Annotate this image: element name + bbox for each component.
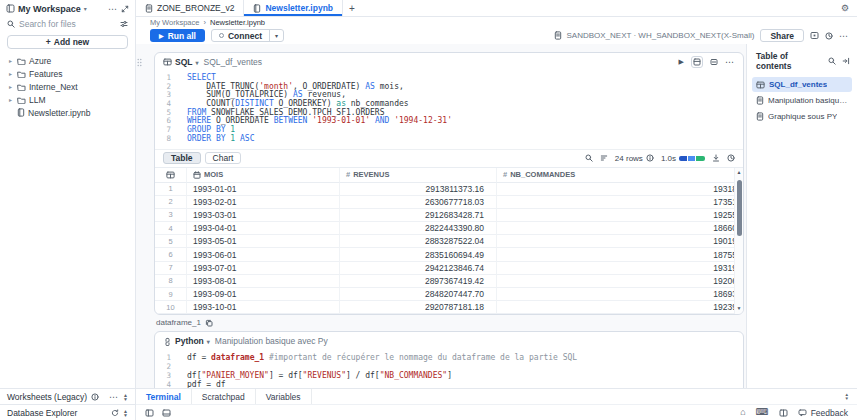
cell-nb-commandes[interactable]: 18755	[497, 248, 743, 261]
tree-file[interactable]: Newsletter.ipynb	[0, 106, 135, 119]
code-line[interactable]: 4 pdf = df	[155, 380, 743, 388]
cell-revenus[interactable]: 2835160694.49	[340, 248, 497, 261]
run-cell-icon[interactable]: ▶	[679, 58, 684, 66]
cell-mois[interactable]: 1993-06-01	[187, 248, 340, 261]
editor-tab[interactable]: ZONE_BRONZE_v2	[136, 0, 244, 16]
bottom-tab-variables[interactable]: Variables	[256, 389, 312, 404]
worksheets-menu-icon[interactable]: ⋯	[109, 392, 119, 402]
cell-name[interactable]: Manipulation basique avec Py	[215, 336, 328, 346]
python-code-editor[interactable]: 1 df = dataframe_1 #important de récupér…	[155, 350, 743, 388]
query-duration[interactable]: 1.0s	[661, 154, 705, 163]
column-header[interactable]: # REVENUS	[340, 168, 497, 183]
notebook-menu-icon[interactable]: ⋯	[839, 31, 849, 41]
editor-tab[interactable]: Newsletter.ipynb	[244, 0, 343, 16]
cell-menu-icon[interactable]: ⋯	[725, 57, 735, 67]
cell-nb-commandes[interactable]: 19019	[497, 235, 743, 248]
cell-revenus[interactable]: 2897367419.42	[340, 275, 497, 288]
toc-search-icon[interactable]	[828, 57, 836, 65]
add-new-button[interactable]: + Add new	[7, 35, 128, 49]
sort-files-icon[interactable]	[120, 20, 128, 28]
toc-collapse-icon[interactable]	[842, 57, 850, 65]
cell-revenus[interactable]: 2630677718.03	[340, 196, 497, 209]
code-line[interactable]: 1 df = dataframe_1 #important de récupér…	[155, 353, 743, 362]
row-number-column-header[interactable]	[155, 168, 187, 183]
home-icon[interactable]: ⌂	[740, 408, 745, 417]
tree-folder[interactable]: ▸ LLM	[0, 93, 135, 106]
sidebar-footer-item[interactable]: Worksheets (Legacy) ⋯ ▲▼	[0, 388, 135, 404]
cell-revenus[interactable]: 2883287522.04	[340, 235, 497, 248]
cell-language-selector[interactable]: SQL ▾	[163, 57, 199, 67]
column-header[interactable]: MOIS	[187, 168, 340, 183]
workspace-name[interactable]: My Workspace	[18, 4, 81, 14]
cell-revenus[interactable]: 2848207447.70	[340, 288, 497, 301]
toc-item[interactable]: Graphique sous PY	[752, 109, 852, 124]
run-all-button[interactable]: ▶ Run all	[150, 29, 205, 42]
results-view-icon[interactable]	[691, 56, 703, 68]
keyboard-shortcuts-icon[interactable]: ⌨	[756, 408, 769, 417]
cell-nb-commandes[interactable]: 18660	[497, 222, 743, 235]
cell-drag-handle[interactable]	[137, 58, 142, 67]
maximize-panel-icon[interactable]	[162, 409, 171, 417]
cell-mois[interactable]: 1993-08-01	[187, 275, 340, 288]
cell-nb-commandes[interactable]: 19318	[497, 183, 743, 196]
cell-revenus[interactable]: 2942123846.74	[340, 262, 497, 275]
results-tab-table[interactable]: Table	[163, 152, 201, 164]
docs-icon[interactable]	[779, 409, 788, 417]
query-history-icon[interactable]	[727, 154, 735, 162]
cell-mois[interactable]: 1993-10-01	[187, 301, 340, 314]
tree-folder[interactable]: ▸ Features	[0, 67, 135, 80]
workspace-menu-icon[interactable]: ⋯	[108, 4, 118, 14]
cell-mois[interactable]: 1993-04-01	[187, 222, 340, 235]
cell-nb-commandes[interactable]: 19255	[497, 209, 743, 222]
code-line[interactable]: 6 WHERE O_ORDERDATE BETWEEN '1993-01-01'…	[155, 117, 743, 126]
refresh-icon[interactable]	[111, 409, 119, 417]
schedule-icon[interactable]	[825, 32, 833, 40]
results-tab-chart[interactable]: Chart	[205, 152, 242, 164]
scroll-down-icon[interactable]: ▼	[737, 304, 742, 312]
collapse-results-icon[interactable]	[710, 58, 718, 66]
cell-nb-commandes[interactable]: 19206	[497, 275, 743, 288]
breadcrumb-item[interactable]: Newsletter.ipynb	[210, 18, 265, 27]
column-header[interactable]: # NB_COMMANDES	[497, 168, 743, 183]
tree-folder[interactable]: ▸ Interne_Next	[0, 80, 135, 93]
search-results-icon[interactable]	[585, 154, 593, 162]
toc-item[interactable]: SQL_df_ventes	[752, 77, 852, 92]
cell-name[interactable]: SQL_df_ventes	[204, 57, 263, 67]
copy-icon[interactable]	[205, 319, 213, 327]
connect-button[interactable]: Connect ▾	[211, 29, 284, 42]
cell-mois[interactable]: 1993-07-01	[187, 262, 340, 275]
cell-language-selector[interactable]: Python ▾	[163, 336, 210, 346]
cell-mois[interactable]: 1993-05-01	[187, 235, 340, 248]
cell-revenus[interactable]: 2822443390.80	[340, 222, 497, 235]
cell-revenus[interactable]: 2920787181.18	[340, 301, 497, 314]
scroll-up-icon[interactable]: ▲	[737, 168, 742, 176]
scrollbar-thumb[interactable]	[737, 180, 742, 236]
tree-folder[interactable]: ▸ Azure	[0, 54, 135, 67]
bottom-tab-scratchpad[interactable]: Scratchpad	[192, 389, 256, 404]
new-tab-button[interactable]: +	[343, 0, 361, 16]
dataframe-output-chip[interactable]: dataframe_1	[156, 318, 744, 327]
panel-resize-icon[interactable]: ▲▼	[837, 389, 857, 404]
shortcuts-icon[interactable]	[810, 31, 819, 40]
feedback-button[interactable]: Feedback	[798, 408, 848, 418]
share-button[interactable]: Share	[760, 29, 804, 42]
cell-revenus[interactable]: 2913811373.16	[340, 183, 497, 196]
cell-mois[interactable]: 1993-09-01	[187, 288, 340, 301]
cell-nb-commandes[interactable]: 19239	[497, 301, 743, 314]
code-line[interactable]: 3 df["PANIER_MOYEN"] = df["REVENUS"] / d…	[155, 371, 743, 380]
cell-revenus[interactable]: 2912683428.71	[340, 209, 497, 222]
sidebar-footer-item[interactable]: Database Explorer ▲▼	[0, 404, 135, 420]
table-scrollbar[interactable]: ▲ ▼	[734, 168, 743, 315]
code-line[interactable]: 2	[155, 362, 743, 371]
cell-mois[interactable]: 1993-02-01	[187, 196, 340, 209]
cell-nb-commandes[interactable]: 19319	[497, 262, 743, 275]
gear-icon[interactable]: ⚙	[833, 0, 857, 16]
sql-code-editor[interactable]: 1 SELECT 2 DATE_TRUNC('month', O_ORDERDA…	[155, 71, 743, 149]
download-icon[interactable]	[712, 154, 720, 162]
warehouse-context[interactable]: SANDBOX_NEXT · WH_SANDBOX_NEXT(X-Small)	[554, 31, 754, 40]
code-line[interactable]: 8 ORDER BY 1 ASC	[155, 135, 743, 144]
cell-nb-commandes[interactable]: 18693	[497, 288, 743, 301]
toc-item[interactable]: Manipulation basique av...	[752, 93, 852, 108]
breadcrumb-item[interactable]: My Workspace	[150, 18, 199, 27]
collapse-sidebar-icon[interactable]	[121, 5, 129, 13]
